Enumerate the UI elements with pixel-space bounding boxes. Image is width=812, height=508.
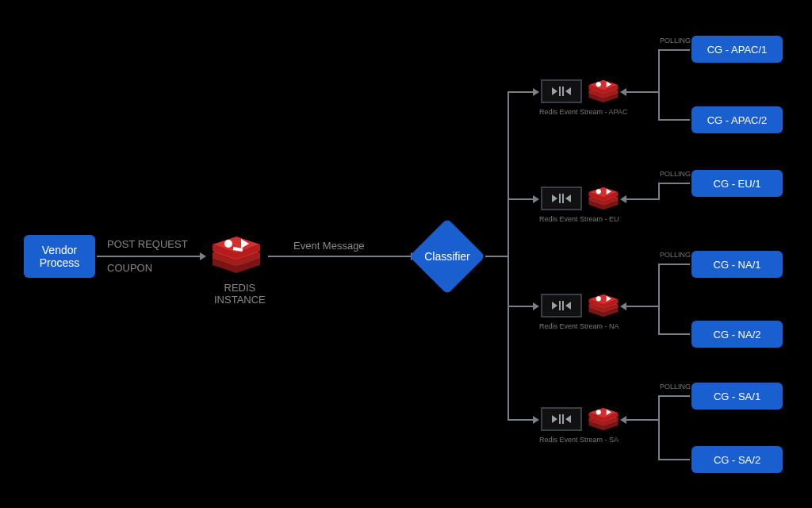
redis-sa-icon [587, 403, 620, 438]
arrow-na-back [620, 302, 626, 310]
conn-sa-bus [658, 395, 660, 460]
conn-eu-back [626, 198, 658, 200]
cg-eu-1: CG - EU/1 [691, 170, 783, 197]
conn-fanout-trunk [485, 256, 509, 257]
conn-apac-c2 [660, 119, 690, 121]
edge-label-coupon: COUPON [107, 262, 152, 274]
conn-eu-c1 [660, 183, 690, 184]
arrow-to-stream-eu [533, 195, 539, 203]
stream-apac-icon [541, 79, 582, 103]
conn-apac-back [626, 91, 658, 93]
redis-na-icon [587, 290, 620, 325]
redis-main-icon [209, 230, 263, 283]
stream-eu-label: Redis Event Stream - EU [539, 215, 619, 223]
conn-fanout-bus [508, 91, 509, 421]
redis-apac-icon [587, 75, 620, 110]
cg-na-2: CG - NA/2 [691, 321, 783, 348]
conn-to-stream-apac [509, 91, 533, 93]
conn-to-stream-eu [509, 198, 533, 200]
conn-na-bus [658, 264, 660, 335]
conn-eu-bus [658, 183, 660, 200]
edge-label-event: Event Message [293, 240, 365, 252]
stream-sa-label: Redis Event Stream - SA [539, 436, 619, 444]
redis-main-label: REDIS INSTANCE [214, 282, 266, 306]
cg-sa-1: CG - SA/1 [691, 383, 783, 410]
cg-apac-1: CG - APAC/1 [691, 36, 783, 63]
stream-na-icon [541, 294, 582, 318]
polling-apac: POLLING [660, 37, 691, 44]
conn-to-stream-na [509, 306, 533, 307]
svg-point-34 [596, 410, 601, 414]
conn-na-back [626, 306, 658, 307]
svg-point-27 [596, 296, 601, 301]
cg-sa-2: CG - SA/2 [691, 446, 783, 473]
classifier-label: Classifier [424, 250, 470, 263]
conn-na-c2 [660, 333, 690, 335]
conn-to-stream-sa [509, 419, 533, 421]
svg-point-5 [224, 240, 232, 248]
svg-point-13 [596, 82, 601, 87]
conn-redis-classifier [268, 256, 411, 257]
vendor-process-node: Vendor Process [24, 235, 95, 278]
polling-sa: POLLING [660, 383, 691, 391]
polling-eu: POLLING [660, 170, 691, 178]
conn-sa-c2 [660, 459, 690, 460]
arrow-eu-back [620, 195, 626, 203]
stream-apac-label: Redis Event Stream - APAC [539, 108, 627, 116]
edge-label-post: POST REQUEST [107, 238, 188, 250]
cg-apac-2: CG - APAC/2 [691, 106, 783, 133]
conn-sa-back [626, 419, 658, 421]
arrow-apac-back [620, 88, 626, 96]
arrow-to-stream-apac [533, 88, 539, 96]
arrow-to-stream-na [533, 302, 539, 310]
svg-point-20 [596, 189, 601, 194]
conn-apac-bus [658, 49, 660, 121]
redis-eu-icon [587, 183, 620, 217]
conn-vendor-redis [97, 256, 200, 257]
arrow-vendor-redis [200, 252, 206, 260]
arrow-sa-back [620, 416, 626, 424]
conn-sa-c1 [660, 395, 690, 397]
arrow-to-stream-sa [533, 416, 539, 424]
polling-na: POLLING [660, 251, 691, 259]
stream-eu-icon [541, 187, 582, 210]
conn-apac-c1 [660, 49, 690, 51]
cg-na-1: CG - NA/1 [691, 251, 783, 278]
stream-na-label: Redis Event Stream - NA [539, 322, 619, 330]
conn-na-c1 [660, 264, 690, 265]
stream-sa-icon [541, 407, 582, 431]
